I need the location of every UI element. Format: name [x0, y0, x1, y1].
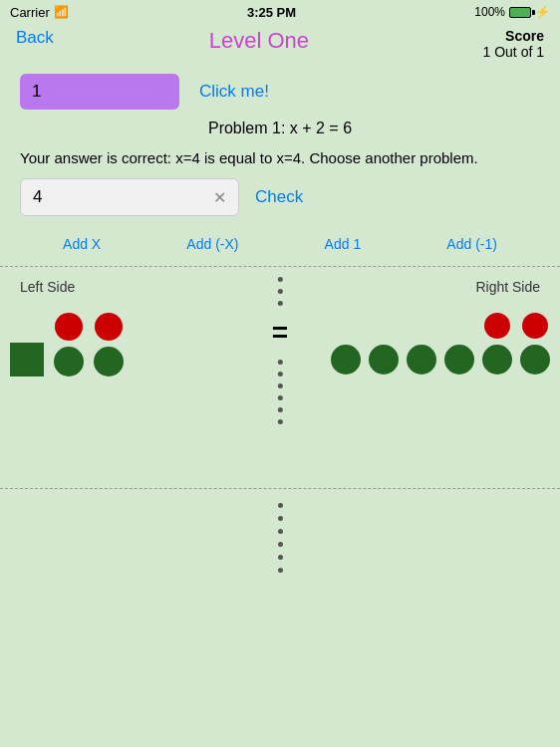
- circle-green-2: [94, 347, 124, 376]
- dot-3: [277, 301, 282, 306]
- equation-visual: Left Side Right Side =: [0, 273, 560, 482]
- content-area: Click me! Problem 1: x + 2 = 6 Your answ…: [0, 64, 560, 256]
- carrier-label: Carrier: [10, 5, 50, 20]
- dot-9: [277, 419, 282, 424]
- dot-5: [277, 372, 282, 376]
- circle-red-2: [95, 313, 123, 341]
- add-1-button[interactable]: Add 1: [317, 232, 370, 256]
- dot-2: [277, 289, 282, 294]
- dot-7: [277, 395, 282, 400]
- battery-percent: 100%: [474, 5, 505, 19]
- add-x-button[interactable]: Add X: [55, 232, 109, 256]
- bottom-right: [283, 495, 561, 595]
- status-time: 3:25 PM: [247, 5, 296, 20]
- dot-6: [277, 383, 282, 388]
- circle-green-1: [54, 347, 84, 376]
- status-bar: Carrier 📶 3:25 PM 100% ⚡: [0, 0, 560, 24]
- bottom-divider: [0, 488, 560, 489]
- right-red-2: [522, 313, 548, 339]
- left-col-2: [94, 313, 124, 376]
- bottom-left: [0, 495, 278, 595]
- ops-row: Add X Add (-X) Add 1 Add (-1): [20, 232, 540, 256]
- feedback-text: Your answer is correct: x=4 is equal to …: [20, 147, 540, 168]
- add-neg-1-button[interactable]: Add (-1): [438, 232, 505, 256]
- clear-icon[interactable]: ✕: [213, 188, 226, 207]
- input-row: Click me!: [20, 74, 540, 110]
- dot-4: [277, 360, 282, 365]
- x-square-container: [10, 315, 44, 376]
- right-circle-2: [369, 345, 399, 374]
- left-side-label: Left Side: [20, 279, 75, 295]
- add-neg-x-button[interactable]: Add (-X): [178, 232, 246, 256]
- header-row: Back Level One Score 1 Out of 1: [0, 24, 560, 64]
- right-side-label: Right Side: [475, 279, 540, 295]
- right-circle-3: [407, 345, 436, 374]
- status-right: 100% ⚡: [474, 5, 550, 19]
- problem-text: Problem 1: x + 2 = 6: [20, 120, 540, 137]
- top-divider: [0, 266, 560, 267]
- right-circle-4: [444, 345, 474, 374]
- right-circle-6: [520, 345, 550, 374]
- score-label: Score: [464, 28, 544, 44]
- status-left: Carrier 📶: [10, 5, 69, 20]
- right-circle-5: [482, 345, 512, 374]
- right-col-2: [520, 313, 550, 374]
- wifi-icon: 📶: [54, 5, 69, 19]
- check-input-box[interactable]: 4 ✕: [20, 178, 239, 216]
- check-row: 4 ✕ Check: [20, 178, 540, 216]
- left-col-1: [54, 313, 84, 376]
- level-title: Level One: [54, 28, 464, 54]
- dot-1: [277, 277, 282, 282]
- click-me-button[interactable]: Click me!: [199, 82, 269, 102]
- back-button[interactable]: Back: [16, 28, 54, 48]
- battery-icon: [509, 7, 531, 18]
- score-value: 1 Out of 1: [464, 44, 544, 60]
- score-box: Score 1 Out of 1: [464, 28, 544, 60]
- charging-icon: ⚡: [535, 5, 550, 19]
- dot-8: [277, 407, 282, 412]
- x-square: [10, 343, 44, 376]
- bottom-area: [0, 495, 560, 595]
- equals-sign: =: [272, 317, 288, 349]
- circle-red-1: [55, 313, 83, 341]
- left-objects: [10, 313, 124, 376]
- eq-divider: =: [272, 273, 288, 424]
- right-circle-1: [331, 345, 361, 374]
- right-col-1: [482, 313, 512, 374]
- check-button[interactable]: Check: [255, 187, 303, 207]
- right-objects: [331, 313, 550, 374]
- right-red-1: [484, 313, 510, 339]
- answer-input[interactable]: [20, 74, 179, 110]
- check-input-value: 4: [33, 187, 42, 207]
